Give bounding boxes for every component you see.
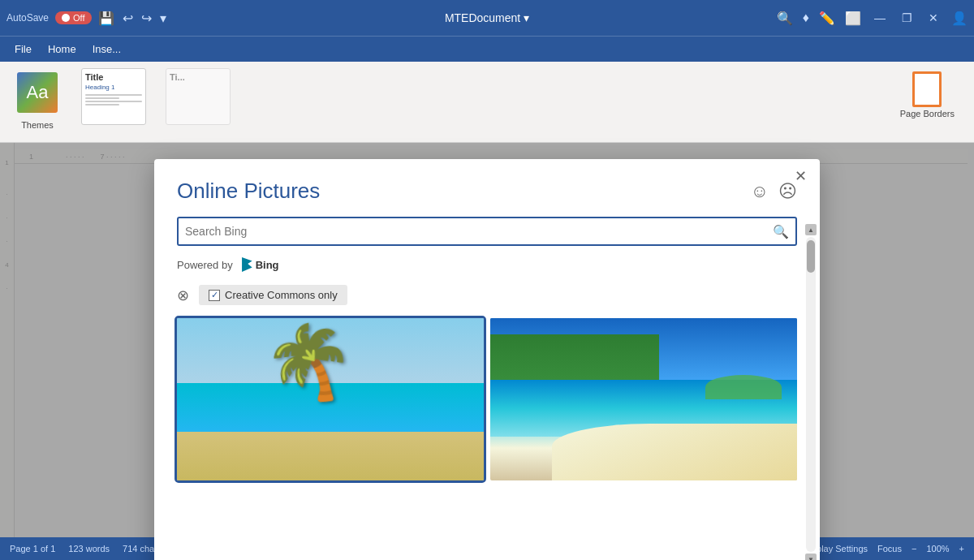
scroll-up-button[interactable]: ▲: [805, 224, 817, 235]
window-icon[interactable]: ⬜: [845, 11, 861, 26]
themes-label: Themes: [21, 120, 54, 130]
title-bar: AutoSave Off 💾 ↩ ↪ ▾ MTEDocument ▾ 🔍 ♦ ✏…: [0, 0, 974, 36]
menu-home[interactable]: Home: [40, 40, 84, 58]
menu-file[interactable]: File: [6, 40, 40, 58]
toolbar-icons: 💾 ↩ ↪ ▾: [98, 11, 166, 26]
search-bar: 🔍: [177, 217, 797, 246]
smile-button[interactable]: ☺: [751, 183, 769, 200]
minimize-button[interactable]: —: [871, 11, 889, 24]
card-title: Title: [85, 72, 142, 82]
page-info: Page 1 of 1: [10, 544, 55, 554]
main-area: 1 · · · · · 7 · · · · · 1 · · · 4 · ✕ On…: [0, 143, 974, 537]
title-bar-right: 🔍 ♦ ✏️ ⬜ — ❐ ✕ 👤: [647, 11, 968, 26]
modal-feedback-icons: ☺ ☹: [751, 183, 797, 200]
bing-label: Bing: [256, 259, 279, 271]
right-ribbon: Page Borders: [894, 68, 961, 122]
bing-logo: Bing: [238, 257, 279, 272]
bing-icon: [238, 257, 252, 272]
document-title: MTEDocument ▾: [327, 11, 648, 24]
sand-1: [177, 432, 484, 480]
images-grid: 🌴: [177, 318, 797, 547]
title-bar-left: AutoSave Off 💾 ↩ ↪ ▾: [6, 11, 327, 26]
undo-icon[interactable]: ↩: [123, 11, 133, 26]
image-thumb-2[interactable]: [490, 318, 797, 480]
distant-land: [705, 375, 782, 399]
pen-icon[interactable]: ✏️: [819, 11, 835, 26]
zoom-level: 100%: [926, 544, 949, 554]
online-pictures-modal: ✕ Online Pictures ☺ ☹ 🔍 Powered by Bing: [154, 159, 820, 560]
ribbon: Aa Themes Title Heading 1 Ti... Page Bor…: [0, 62, 974, 143]
creative-commons-filter[interactable]: ✓ Creative Commons only: [199, 285, 347, 305]
sand-2: [552, 424, 797, 480]
card-title-2: Ti...: [170, 72, 226, 82]
card-line: [85, 94, 142, 96]
redo-icon[interactable]: ↪: [141, 11, 152, 26]
page-borders-button[interactable]: Page Borders: [894, 68, 961, 122]
close-button[interactable]: ✕: [925, 11, 942, 24]
title-style-card[interactable]: Title Heading 1: [81, 68, 146, 125]
autosave-toggle[interactable]: Off: [55, 11, 91, 24]
modal-title: Online Pictures: [177, 179, 320, 204]
powered-by: Powered by Bing: [177, 257, 797, 272]
card-heading: Heading 1: [85, 84, 142, 91]
save-icon[interactable]: 💾: [98, 11, 114, 26]
card-line-2: [85, 101, 142, 102]
frown-button[interactable]: ☹: [778, 183, 797, 200]
focus-mode[interactable]: Focus: [877, 544, 902, 554]
modal-close-button[interactable]: ✕: [795, 169, 807, 183]
creative-commons-label: Creative Commons only: [225, 289, 338, 301]
card-lines: [85, 94, 142, 106]
title-style-card-2[interactable]: Ti...: [166, 68, 231, 125]
search-input[interactable]: [185, 225, 773, 238]
palm-tree: 🌴: [260, 321, 360, 406]
restore-button[interactable]: ❐: [899, 11, 916, 24]
toggle-dot: [62, 14, 70, 22]
modal-overlay: ✕ Online Pictures ☺ ☹ 🔍 Powered by Bing: [0, 143, 974, 537]
creative-commons-checkbox[interactable]: ✓: [209, 290, 220, 301]
word-count: 123 words: [68, 544, 110, 554]
themes-icon: Aa: [17, 72, 58, 113]
scroll-down-button[interactable]: ▼: [805, 554, 817, 560]
card-line-short: [85, 97, 119, 99]
user-icon[interactable]: 👤: [951, 11, 968, 26]
beach-image-1: 🌴: [177, 318, 484, 480]
powered-by-label: Powered by: [177, 259, 233, 271]
page-borders-label: Page Borders: [900, 109, 955, 118]
themes-section: Aa Themes: [13, 68, 62, 130]
search-submit-button[interactable]: 🔍: [773, 224, 789, 239]
page-borders-icon: [912, 71, 942, 107]
menu-insert[interactable]: Inse...: [84, 40, 129, 58]
diamond-icon[interactable]: ♦: [803, 11, 809, 25]
image-thumb-1[interactable]: 🌴: [177, 318, 484, 480]
toggle-state: Off: [73, 13, 84, 23]
menu-bar: File Home Inse...: [0, 36, 974, 62]
filter-row: ⊗ ✓ Creative Commons only: [177, 285, 797, 305]
search-icon[interactable]: 🔍: [777, 11, 793, 26]
themes-button[interactable]: Aa: [13, 68, 62, 117]
zoom-out-button[interactable]: −: [912, 544, 916, 554]
card-line-short-2: [85, 104, 119, 106]
beach-image-2: [490, 318, 797, 480]
modal-scrollbar: ▲ ▼: [805, 224, 817, 560]
status-right: Display Settings Focus − 100% +: [804, 544, 964, 554]
autosave-label: AutoSave: [6, 12, 49, 24]
filter-icon: ⊗: [177, 286, 189, 304]
zoom-in-button[interactable]: +: [959, 544, 964, 554]
scroll-track: [806, 237, 816, 552]
modal-header: Online Pictures ☺ ☹: [177, 179, 797, 204]
more-icon[interactable]: ▾: [160, 11, 166, 26]
scroll-thumb[interactable]: [807, 240, 815, 273]
